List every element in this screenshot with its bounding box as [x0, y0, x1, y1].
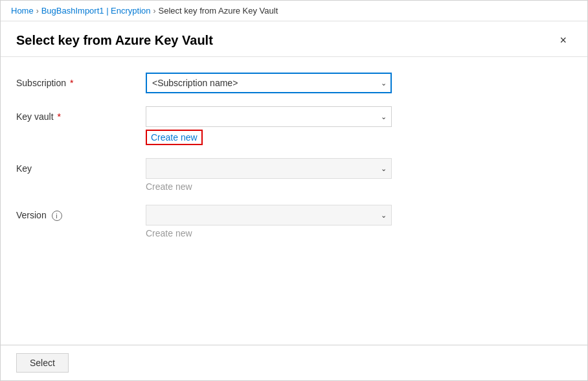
key-select-wrapper: ⌄ — [146, 158, 392, 179]
subscription-label: Subscription * — [16, 73, 146, 88]
subscription-select-wrapper: <Subscription name> ⌄ — [146, 73, 392, 93]
dialog-footer: Select — [1, 345, 587, 380]
version-create-new-link: Create new — [146, 228, 192, 238]
version-label: Version i — [16, 205, 146, 221]
key-vault-label: Key vault * — [16, 106, 146, 122]
key-vault-control: ⌄ Create new — [146, 106, 392, 145]
key-select[interactable] — [146, 158, 392, 179]
breadcrumb-home[interactable]: Home — [11, 6, 34, 16]
key-row: Key ⌄ Create new — [16, 158, 572, 192]
subscription-row: Subscription * <Subscription name> ⌄ — [16, 73, 572, 93]
breadcrumb-current: Select key from Azure Key Vault — [159, 6, 278, 16]
dialog-title: Select key from Azure Key Vault — [16, 33, 213, 48]
select-button[interactable]: Select — [16, 353, 69, 373]
close-button[interactable]: × — [554, 32, 572, 49]
subscription-required-star: * — [67, 78, 73, 88]
key-vault-create-new-link[interactable]: Create new — [146, 130, 203, 145]
breadcrumb-separator-2: › — [153, 6, 156, 16]
subscription-control: <Subscription name> ⌄ — [146, 73, 392, 93]
key-vault-required-star: * — [55, 111, 61, 122]
dialog-container: Home › BugBashImport1 | Encryption › Sel… — [0, 0, 588, 381]
version-select[interactable] — [146, 205, 392, 225]
breadcrumb-bugbash[interactable]: BugBashImport1 | Encryption — [41, 6, 151, 16]
key-control: ⌄ Create new — [146, 158, 392, 192]
dialog-header: Select key from Azure Key Vault × — [1, 21, 587, 57]
key-create-new-link: Create new — [146, 181, 192, 192]
breadcrumb-separator-1: › — [36, 6, 39, 16]
version-row: Version i ⌄ Create new — [16, 205, 572, 238]
dialog-body: Subscription * <Subscription name> ⌄ Key… — [1, 57, 587, 345]
key-label: Key — [16, 158, 146, 174]
version-info-icon[interactable]: i — [52, 211, 62, 221]
version-select-wrapper: ⌄ — [146, 205, 392, 225]
key-vault-select-wrapper: ⌄ — [146, 106, 392, 127]
subscription-select[interactable]: <Subscription name> — [146, 73, 392, 93]
breadcrumb: Home › BugBashImport1 | Encryption › Sel… — [1, 1, 587, 21]
key-vault-select[interactable] — [146, 106, 392, 127]
key-vault-row: Key vault * ⌄ Create new — [16, 106, 572, 145]
version-control: ⌄ Create new — [146, 205, 392, 238]
